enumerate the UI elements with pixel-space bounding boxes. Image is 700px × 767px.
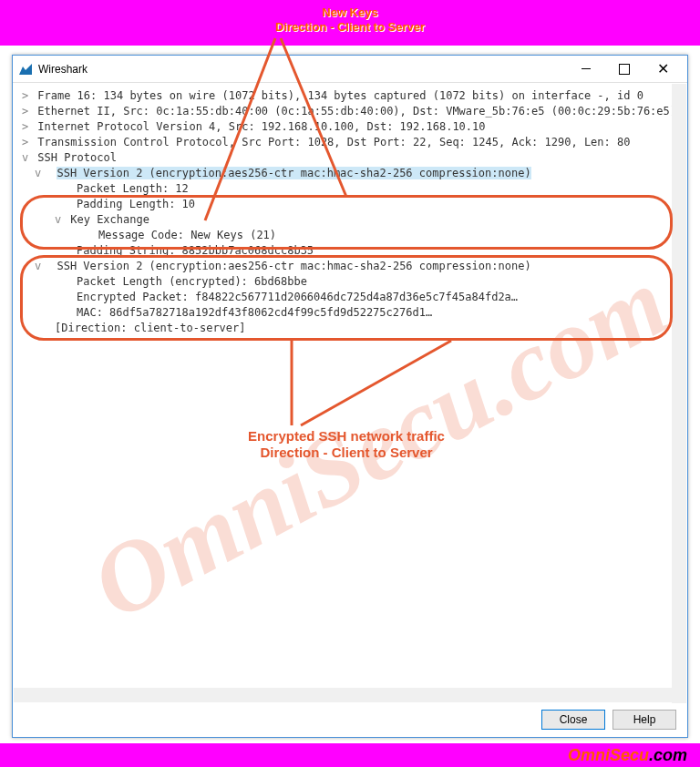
row-mac[interactable]: MAC: 86df5a782718a192df43f8062cd4f99c5fd… (22, 305, 678, 321)
top-banner-line1: New Keys (0, 5, 700, 20)
maximize-button[interactable] (605, 56, 643, 82)
row-frame[interactable]: > Frame 16: 134 bytes on wire (1072 bits… (22, 88, 678, 104)
row-ip[interactable]: > Internet Protocol Version 4, Src: 192.… (22, 119, 678, 135)
footer-suffix: .com (649, 746, 687, 764)
row-pktlen[interactable]: Packet Length: 12 (22, 181, 678, 197)
row-ethernet[interactable]: > Ethernet II, Src: 0c:1a:55:db:40:00 (0… (22, 104, 678, 119)
wireshark-icon (18, 62, 33, 77)
row-kex[interactable]: v Key Exchange (22, 212, 678, 228)
help-button[interactable]: Help (612, 710, 676, 730)
row-padlen[interactable]: Padding Length: 10 (22, 197, 678, 212)
title-bar[interactable]: Wireshark ✕ (13, 56, 687, 83)
button-bar: Close Help (541, 710, 676, 730)
row-sshv2-b[interactable]: v SSH Version 2 (encryption:aes256-ctr m… (22, 259, 678, 274)
window-close-button[interactable]: ✕ (643, 56, 682, 82)
window-buttons: ✕ (567, 56, 682, 82)
footer-brand: OmniSecu (568, 746, 649, 764)
window-title: Wireshark (38, 63, 88, 76)
minimize-button[interactable] (567, 56, 605, 82)
row-tcp[interactable]: > Transmission Control Protocol, Src Por… (22, 135, 678, 150)
wireshark-window: Wireshark ✕ > Frame 16: 134 bytes on wir… (12, 55, 688, 738)
row-encpkt[interactable]: Encrypted Packet: f84822c567711d2066046d… (22, 290, 678, 305)
row-ssh[interactable]: v SSH Protocol (22, 150, 678, 166)
packet-details-tree[interactable]: > Frame 16: 134 bytes on wire (1072 bits… (13, 83, 687, 702)
row-msgcode[interactable]: Message Code: New Keys (21) (22, 228, 678, 243)
row-pktlen2[interactable]: Packet Length (encrypted): 6bd68bbe (22, 274, 678, 290)
row-padstr[interactable]: Padding String: 8852bbb7ac068dcc8b35 (22, 243, 678, 259)
page-wrap: Wireshark ✕ > Frame 16: 134 bytes on wir… (0, 46, 700, 765)
footer-banner: OmniSecu.com (0, 743, 700, 767)
row-direction[interactable]: [Direction: client-to-server] (22, 321, 678, 336)
vertical-scrollbar[interactable] (672, 84, 686, 703)
row-sshv2-a[interactable]: v SSH Version 2 (encryption:aes256-ctr m… (22, 166, 678, 181)
top-banner-line2: Direction - Client to Server (0, 20, 700, 35)
close-button[interactable]: Close (541, 710, 605, 730)
horizontal-scrollbar[interactable] (14, 688, 672, 702)
top-banner: New Keys Direction - Client to Server (0, 0, 700, 46)
